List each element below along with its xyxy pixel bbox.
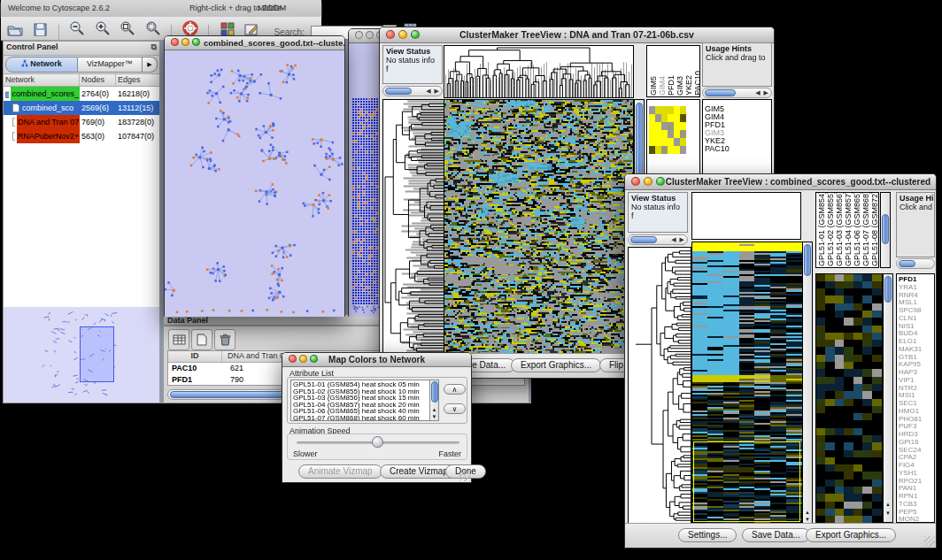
move-down-button[interactable]: ∨	[444, 403, 466, 414]
new-attribute-button[interactable]	[191, 329, 212, 350]
scroll-thumb[interactable]	[385, 88, 412, 95]
scroll-up-arrow[interactable]: ▲	[884, 501, 892, 508]
column-label[interactable]: GPL51-08 (GSM872)	[870, 192, 879, 266]
scroll-thumb[interactable]	[884, 276, 892, 303]
close-button[interactable]	[631, 177, 640, 186]
tv2-heatmap[interactable]	[691, 242, 803, 525]
minimize-button[interactable]	[366, 31, 374, 39]
scroll-arrows[interactable]: ◀ ▶	[426, 87, 440, 96]
tv2-detail-scrollbar[interactable]: ▲ ▼	[883, 273, 893, 523]
scroll-down-arrow[interactable]: ▼	[803, 516, 812, 523]
tv1-row-dendrogram[interactable]	[382, 99, 444, 356]
zoom-button[interactable]	[411, 30, 420, 39]
tv1-detail-heatmap[interactable]	[649, 106, 687, 154]
zoom-button[interactable]	[656, 177, 665, 186]
tv2-collabel-scrollbar[interactable]	[880, 192, 891, 268]
tv1-hscrollbar[interactable]: ◀ ▶	[382, 86, 443, 96]
col-header-edges[interactable]: Edges	[116, 74, 160, 86]
close-button[interactable]	[355, 31, 363, 39]
minimize-button[interactable]	[299, 355, 307, 363]
zoom-button[interactable]	[192, 38, 200, 46]
dialog-titlebar[interactable]: Map Colors to Network	[282, 353, 471, 367]
close-button[interactable]	[171, 38, 179, 46]
open-file-button[interactable]	[5, 20, 25, 40]
tv1-usage-scrollbar[interactable]: ◀ ▶	[702, 88, 772, 98]
attribute-item[interactable]: GPL51-07 (GSM868) heat shock 60 min	[293, 415, 428, 421]
column-label[interactable]: YKE2	[684, 75, 693, 96]
zoom-selected-button[interactable]	[118, 19, 137, 38]
close-button[interactable]	[289, 355, 297, 363]
network-row[interactable]: DNA and Tran 07769(0)183728(0)	[4, 115, 159, 129]
zoom-fit-button[interactable]	[143, 19, 163, 38]
network-row[interactable]: combined_scores_2764(0)16218(0)	[4, 87, 159, 101]
column-label[interactable]: GPL51-01 (GSM854)	[817, 192, 826, 266]
export-graphics-button[interactable]: Export Graphics...	[806, 528, 896, 542]
animate-vizmap-button[interactable]: Animate Vizmap	[298, 464, 382, 479]
attribute-list[interactable]: GPL51-01 (GSM854) heat shock 05 minGPL51…	[290, 380, 430, 421]
float-panel-icon[interactable]: ⧉	[151, 42, 157, 52]
export-graphics-button[interactable]: Export Graphics...	[511, 358, 601, 372]
tv2-usage-scrollbar[interactable]	[896, 258, 935, 269]
resize-grip[interactable]	[459, 471, 470, 481]
resize-grip[interactable]	[924, 536, 935, 547]
column-label[interactable]: GPL51-03 (GSM856)	[835, 192, 844, 266]
column-label[interactable]: PFD1	[667, 75, 676, 96]
zoom-button[interactable]	[310, 355, 318, 363]
scroll-up-arrow[interactable]: ▲	[803, 509, 812, 516]
scroll-thumb[interactable]	[804, 244, 811, 276]
delete-attribute-button[interactable]	[214, 329, 236, 350]
network1-canvas[interactable]	[165, 50, 344, 317]
speed-slider-thumb[interactable]	[372, 436, 383, 448]
save-data-button[interactable]: Save Data...	[742, 528, 810, 542]
column-label[interactable]: GIM5	[649, 76, 658, 96]
column-label[interactable]: GPL51-02 (GSM855)	[826, 192, 835, 266]
zoom-out-button[interactable]	[67, 19, 87, 38]
tab-overflow-button[interactable]: ▶	[143, 57, 158, 73]
minimize-button[interactable]	[644, 177, 652, 186]
column-label[interactable]: GIM4	[658, 76, 667, 96]
tv2-detail-heatmap[interactable]	[815, 273, 883, 525]
network-row[interactable]: RNAPuberNov2+563(0)107847(0)	[4, 129, 159, 143]
column-label[interactable]: GIM3	[676, 76, 684, 96]
minimize-button[interactable]	[398, 30, 407, 39]
scroll-up-arrow[interactable]: ▲	[430, 406, 438, 413]
zoom-in-button[interactable]	[93, 19, 112, 38]
close-button[interactable]	[386, 30, 395, 39]
tv1-heatmap[interactable]	[444, 99, 634, 356]
tv2-vscrollbar[interactable]: ▲ ▼	[802, 242, 813, 525]
col-header-nodes[interactable]: Nodes	[80, 74, 116, 86]
network-row[interactable]: combined_sco2569(6)13112(15)	[4, 101, 159, 115]
tv1-column-dendrogram[interactable]	[444, 45, 634, 98]
scroll-thumb[interactable]	[630, 236, 657, 243]
move-up-button[interactable]: ∧	[444, 384, 466, 395]
scroll-arrows[interactable]: ◀ ▶	[671, 235, 685, 244]
save-button[interactable]	[30, 20, 50, 40]
column-label[interactable]: PAC10	[693, 71, 700, 96]
scroll-thumb[interactable]	[705, 89, 736, 96]
minimize-button[interactable]	[181, 38, 189, 46]
treeview2-titlebar[interactable]: ClusterMaker TreeView : combined_scores_…	[625, 174, 936, 190]
tv2-row-dendrogram[interactable]	[628, 247, 691, 525]
gene-label[interactable]: MON2	[899, 516, 932, 523]
attr-col-id[interactable]: ID	[168, 351, 222, 362]
scroll-arrows[interactable]: ◀ ▶	[755, 88, 769, 97]
attribute-list-scrollbar[interactable]: ▲ ▼	[429, 380, 439, 421]
col-header-network[interactable]: Network	[4, 74, 80, 86]
tv2-hscrollbar[interactable]: ◀ ▶	[628, 234, 688, 245]
network-overview-panel[interactable]	[4, 307, 159, 403]
scroll-thumb[interactable]	[882, 214, 889, 244]
settings-button[interactable]: Settings...	[678, 528, 737, 542]
tab-vizmapper[interactable]: VizMapper™	[78, 57, 143, 73]
tab-network[interactable]: Network	[5, 57, 78, 73]
column-label[interactable]: GPL51-06 (GSM865)	[853, 192, 861, 266]
column-label[interactable]: GPL51-07 (GSM868)	[861, 192, 870, 266]
scroll-down-arrow[interactable]: ▼	[430, 413, 438, 420]
scroll-thumb[interactable]	[431, 381, 438, 403]
treeview1-titlebar[interactable]: ClusterMaker TreeView : DNA and Tran 07-…	[380, 27, 774, 43]
network1-titlebar[interactable]: combined_scores_good.txt--cluste...	[165, 36, 344, 50]
scroll-thumb[interactable]	[636, 103, 643, 178]
scroll-down-arrow[interactable]: ▼	[884, 510, 892, 517]
column-label[interactable]: GPL51-04 (GSM857)	[844, 192, 853, 266]
tv2-column-dendrogram[interactable]	[691, 192, 801, 240]
gene-label[interactable]: PAC10	[705, 145, 769, 153]
